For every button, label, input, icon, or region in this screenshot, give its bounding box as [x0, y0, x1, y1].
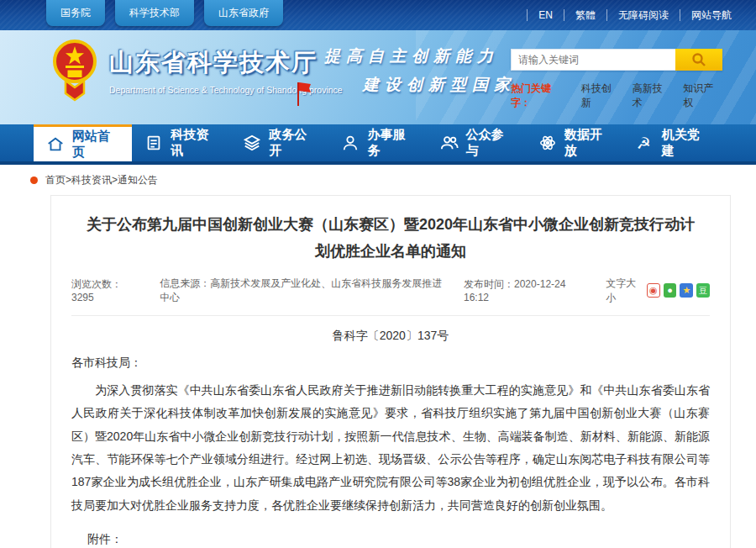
utility-links: EN 繁體 无障碍阅读 网站导航: [527, 0, 743, 30]
org-title: 山东省科学技术厅: [109, 46, 343, 80]
nav-item-home[interactable]: 网站首页: [34, 124, 132, 161]
breadcrumb: 首页>科技资讯>通知公告: [30, 173, 756, 187]
document-number: 鲁科字〔2020〕137号: [71, 329, 710, 344]
hot-keyword-innovation[interactable]: 科技创新: [581, 82, 621, 110]
info-source: 信息来源：高新技术发展及产业化处、山东省科技服务发展推进中心: [160, 277, 444, 305]
link-accessibility[interactable]: 无障碍阅读: [606, 9, 680, 21]
hot-keywords-label: 热门关键字：: [511, 82, 570, 110]
search-area: 热门关键字： 科技创新 高新技术 知识产权: [511, 49, 722, 110]
slogan-line-1: 提高自主创新能力: [324, 45, 516, 67]
nav-item-participation[interactable]: 公众参与: [428, 124, 526, 161]
font-size-label[interactable]: 文字大小: [606, 277, 643, 305]
nav-item-label: 科技资讯: [171, 127, 218, 159]
layers-icon: [243, 134, 261, 152]
views-count: 浏览次数：3295: [71, 277, 139, 303]
nav-item-label: 公众参与: [466, 127, 513, 159]
article-content: 各市科技局： 为深入贯彻落实《中共山东省委山东省人民政府关于推进新旧动能转换重大…: [71, 351, 710, 548]
publish-time: 发布时间：2020-12-24 16:12: [464, 277, 585, 303]
nav-item-label: 网站首页: [72, 129, 119, 161]
main-nav: 网站首页 科技资讯 政务公开 办事服务 公众参与: [0, 124, 756, 165]
article-title: 关于公布第九届中国创新创业大赛（山东赛区）暨2020年山东省中小微企业创新竞技行…: [81, 211, 700, 266]
weibo-icon[interactable]: ◉: [647, 283, 660, 298]
breadcrumb-text[interactable]: 首页>科技资讯>通知公告: [45, 173, 158, 187]
search-input[interactable]: [511, 49, 675, 71]
attachment-label: 附件：: [71, 528, 710, 548]
search-button[interactable]: [675, 49, 722, 71]
flag-icon: [296, 81, 312, 106]
share-bar: 文字大小 ◉ ● ★ 豆: [606, 277, 710, 305]
body-paragraph: 为深入贯彻落实《中共山东省委山东省人民政府关于推进新旧动能转换重大工程的实施意见…: [71, 379, 710, 517]
nav-item-news[interactable]: 科技资讯: [132, 124, 230, 161]
nav-item-party-building[interactable]: ☭ 机关党建: [624, 124, 722, 161]
tab-ministry-of-science[interactable]: 科学技术部: [115, 0, 194, 26]
qzone-icon[interactable]: ★: [680, 283, 693, 298]
gov-site-tabs: 国务院 科学技术部 山东省政府: [46, 0, 283, 26]
nav-item-open-data[interactable]: 数据开放: [526, 124, 624, 161]
link-traditional-chinese[interactable]: 繁體: [564, 9, 606, 21]
nav-item-label: 办事服务: [367, 127, 414, 159]
hot-keyword-hightech[interactable]: 高新技术: [633, 82, 672, 110]
article-meta: 浏览次数：3295 信息来源：高新技术发展及产业化处、山东省科技服务发展推进中心…: [71, 277, 710, 316]
slogan-line-2: 建设创新型国家: [363, 74, 516, 96]
home-icon: [46, 135, 65, 154]
link-english[interactable]: EN: [527, 9, 564, 21]
nav-item-label: 政务公开: [269, 127, 316, 159]
source-label: 信息来源：: [160, 277, 210, 289]
wechat-icon[interactable]: ●: [664, 283, 677, 298]
service-person-icon: [341, 134, 360, 152]
party-emblem-icon: ☭: [637, 134, 654, 152]
hot-keywords-row: 热门关键字： 科技创新 高新技术 知识产权: [511, 82, 722, 110]
atom-icon: [538, 134, 557, 152]
nav-item-label: 数据开放: [564, 127, 612, 159]
douban-icon[interactable]: 豆: [696, 283, 710, 298]
link-sitemap[interactable]: 网站导航: [680, 9, 743, 21]
views-label: 浏览次数：: [71, 278, 122, 290]
nav-item-label: 机关党建: [662, 127, 710, 159]
search-icon: [691, 52, 706, 67]
news-icon: [144, 134, 163, 152]
views-value: 3295: [71, 292, 94, 303]
nav-item-gov-affairs[interactable]: 政务公开: [230, 124, 328, 161]
article-card: 关于公布第九届中国创新创业大赛（山东赛区）暨2020年山东省中小微企业创新竞技行…: [50, 195, 731, 548]
publish-label: 发布时间：: [464, 278, 514, 290]
header-slogan: 提高自主创新能力 建设创新型国家: [324, 45, 516, 96]
participation-people-icon: [440, 134, 459, 152]
hot-keyword-ip[interactable]: 知识产权: [683, 82, 722, 110]
bullet-dot-icon: [30, 177, 38, 184]
salutation: 各市科技局：: [71, 351, 710, 374]
national-emblem-icon: [52, 38, 97, 103]
tab-shandong-gov[interactable]: 山东省政府: [204, 0, 283, 26]
site-header: 山东省科学技术厅 Department of Science & Technol…: [0, 30, 756, 124]
top-bar: 国务院 科学技术部 山东省政府 EN 繁體 无障碍阅读 网站导航: [0, 0, 756, 30]
nav-item-services[interactable]: 办事服务: [328, 124, 427, 161]
tab-state-council[interactable]: 国务院: [46, 0, 105, 26]
